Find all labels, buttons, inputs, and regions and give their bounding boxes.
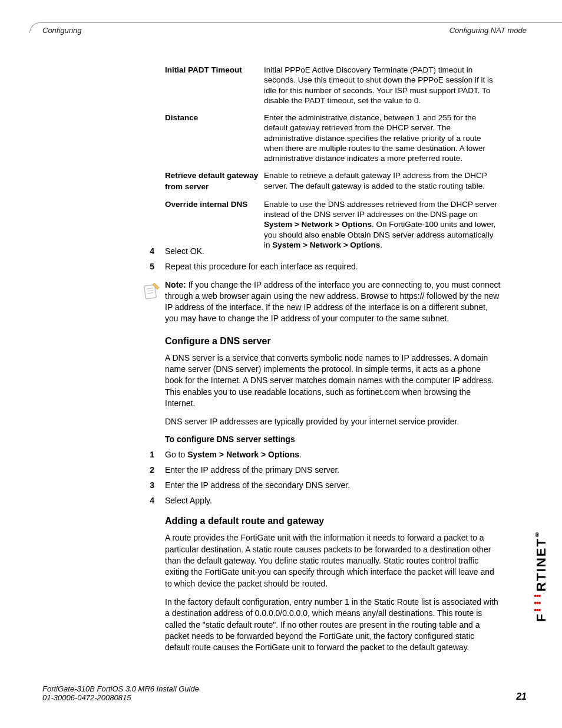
- def-desc: Initial PPPoE Active Discovery Terminate…: [264, 65, 501, 113]
- def-term: Initial PADT Timeout: [165, 65, 264, 113]
- list-item: 5 Repeat this procedure for each interfa…: [141, 262, 501, 271]
- step-text: Select Apply.: [165, 496, 501, 505]
- def-row: Retrieve default gateway from server Ena…: [165, 170, 501, 199]
- step-number: 5: [141, 262, 165, 271]
- step-number: 4: [141, 496, 165, 505]
- paragraph: DNS server IP addresses are typically pr…: [165, 416, 501, 427]
- text: Enable to use the DNS addresses retrieve…: [264, 200, 497, 219]
- note-text: Note: If you change the IP address of th…: [165, 279, 501, 324]
- list-item: 3 Enter the IP address of the secondary …: [141, 480, 501, 490]
- text: Go to: [165, 450, 187, 459]
- header-left: Configuring: [42, 26, 82, 35]
- def-desc: Enter the administrative distance, betwe…: [264, 113, 501, 170]
- svg-line-3: [147, 293, 153, 294]
- footer-line2: 01-30006-0472-20080815: [42, 693, 199, 702]
- note-body: If you change the IP address of the inte…: [165, 280, 500, 323]
- running-header: Configuring Configuring NAT mode: [42, 26, 527, 35]
- inner-column: Adding a default route and gateway A rou…: [141, 516, 501, 653]
- def-row: Distance Enter the administrative distan…: [165, 113, 501, 170]
- def-term: Distance: [165, 113, 264, 170]
- step-text: Select OK.: [165, 246, 501, 256]
- heading-route: Adding a default route and gateway: [165, 516, 501, 526]
- step-text: Repeat this procedure for each interface…: [165, 262, 501, 271]
- page-number: 21: [516, 691, 527, 702]
- bold-path: System > Network > Options: [187, 450, 299, 459]
- step-text: Enter the IP address of the primary DNS …: [165, 465, 501, 475]
- step-number: 2: [141, 465, 165, 475]
- def-desc: Enable to retrieve a default gateway IP …: [264, 170, 501, 199]
- note-block: Note: If you change the IP address of th…: [141, 279, 501, 324]
- bold-path: System > Network > Options: [264, 220, 372, 229]
- list-item: 4 Select Apply.: [141, 496, 501, 505]
- body-flow: 4 Select OK. 5 Repeat this procedure for…: [141, 246, 501, 661]
- footer-line1: FortiGate-310B FortiOS 3.0 MR6 Install G…: [42, 684, 199, 693]
- footer: FortiGate-310B FortiOS 3.0 MR6 Install G…: [42, 684, 527, 702]
- svg-line-1: [147, 288, 153, 289]
- note-label: Note:: [165, 280, 186, 289]
- list-item: 1 Go to System > Network > Options.: [141, 450, 501, 459]
- page: Configuring Configuring NAT mode Initial…: [0, 0, 562, 728]
- step-text: Go to System > Network > Options.: [165, 450, 501, 459]
- inner-column: Configure a DNS server A DNS server is a…: [141, 336, 501, 444]
- header-right: Configuring NAT mode: [449, 26, 527, 35]
- list-item: 2 Enter the IP address of the primary DN…: [141, 465, 501, 475]
- note-icon: [141, 279, 165, 305]
- step-text: Enter the IP address of the secondary DN…: [165, 480, 501, 490]
- footer-left: FortiGate-310B FortiOS 3.0 MR6 Install G…: [42, 684, 199, 702]
- list-item: 4 Select OK.: [141, 246, 501, 256]
- paragraph: In the factory default configuration, en…: [165, 597, 501, 654]
- procedure-title: To configure DNS server settings: [165, 434, 501, 444]
- def-row: Initial PADT Timeout Initial PPPoE Activ…: [165, 65, 501, 113]
- svg-line-2: [147, 291, 153, 292]
- definition-table: Initial PADT Timeout Initial PPPoE Activ…: [165, 65, 501, 257]
- def-term: Retrieve default gateway from server: [165, 170, 264, 199]
- paragraph: A DNS server is a service that converts …: [165, 353, 501, 410]
- step-number: 1: [141, 450, 165, 459]
- paragraph: A route provides the FortiGate unit with…: [165, 532, 501, 589]
- heading-dns: Configure a DNS server: [165, 336, 501, 347]
- step-number: 3: [141, 480, 165, 490]
- text: .: [299, 450, 302, 459]
- brand-logo: F●●●●●●●●●RTINET®: [534, 530, 549, 622]
- step-number: 4: [141, 246, 165, 256]
- main-content: Initial PADT Timeout Initial PPPoE Activ…: [165, 65, 501, 268]
